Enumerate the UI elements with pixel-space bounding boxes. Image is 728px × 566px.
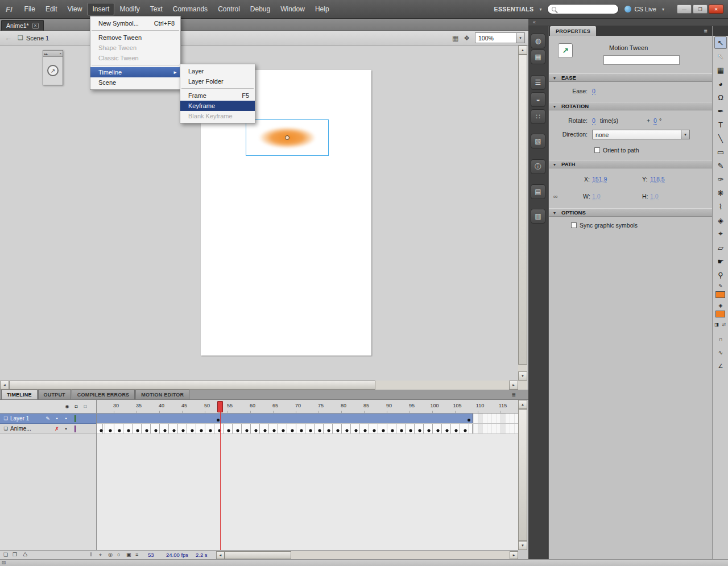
cs-live-dropdown-icon[interactable]: ▾: [662, 7, 664, 12]
timeline-vertical-scrollbar[interactable]: ▲ ▼: [518, 400, 527, 550]
bone-tool[interactable]: ⌇: [714, 200, 727, 213]
onion-skin-outlines-icon[interactable]: ○: [117, 552, 120, 557]
direction-dropdown[interactable]: none ▾: [592, 130, 690, 139]
collapse-triangle-icon[interactable]: ▾: [553, 103, 556, 110]
menubar-item-modify[interactable]: Modify: [114, 3, 144, 15]
tab-properties[interactable]: PROPERTIES: [550, 26, 596, 36]
modify-markers-icon[interactable]: ≡: [135, 552, 138, 557]
straighten-option-icon[interactable]: ∠: [714, 363, 727, 369]
swatches-panel-icon[interactable]: ▦: [531, 49, 545, 64]
snap-to-objects-icon[interactable]: ∩: [714, 336, 727, 342]
tab-timeline[interactable]: TIMELINE: [1, 390, 38, 399]
transform-panel-icon[interactable]: ▧: [531, 134, 545, 148]
menu-item-keyframe[interactable]: Keyframe: [180, 101, 255, 111]
layer-lock-dot[interactable]: •: [61, 426, 71, 432]
stage-vertical-scrollbar[interactable]: ▲ ▼: [518, 46, 527, 381]
smooth-option-icon[interactable]: ∿: [714, 349, 727, 356]
section-header-path[interactable]: ▾ PATH: [549, 160, 713, 168]
new-folder-icon[interactable]: ❐: [13, 552, 17, 557]
keyframe-dot[interactable]: [217, 419, 220, 422]
scene-label[interactable]: Scene 1: [26, 35, 49, 42]
document-tab[interactable]: Anime1* ×: [1, 20, 44, 31]
color-panel-icon[interactable]: ◍: [531, 34, 545, 48]
fill-color-swatch[interactable]: [715, 311, 725, 317]
properties-panel-menu-icon[interactable]: ≣: [704, 28, 708, 34]
layer-lock-dot[interactable]: •: [61, 416, 71, 422]
lock-all-layers-icon[interactable]: ◘: [72, 404, 81, 409]
transform-point[interactable]: [285, 135, 289, 140]
motion-tween-span[interactable]: [97, 414, 473, 423]
timeline-horizontal-scrollbar[interactable]: ◄ ►: [216, 551, 518, 559]
zoom-combobox[interactable]: 100% ▾: [475, 32, 525, 43]
outline-all-layers-icon[interactable]: □: [81, 404, 90, 409]
workspace-switcher[interactable]: ESSENTIALS: [494, 6, 534, 13]
layer-visibility-dot[interactable]: •: [52, 416, 61, 422]
collapse-triangle-icon[interactable]: ▾: [553, 75, 556, 82]
pencil-tool[interactable]: ✎: [714, 159, 727, 172]
pen-tool[interactable]: ✒: [714, 105, 727, 117]
timeline-panel-menu-icon[interactable]: ≣: [511, 392, 516, 398]
menubar-item-debug[interactable]: Debug: [245, 3, 275, 15]
restore-button[interactable]: ❐: [693, 5, 708, 14]
eyedropper-tool[interactable]: ⌖: [714, 228, 727, 240]
mini-panel-collapse-icon[interactable]: ▸▸: [44, 52, 48, 56]
layer-row-anime[interactable]: ❏ Anime... ✗ •: [0, 424, 96, 434]
menu-item-new-symbol[interactable]: New Symbol... Ctrl+F8: [90, 18, 180, 28]
menubar-item-window[interactable]: Window: [275, 3, 310, 15]
playhead-marker[interactable]: [217, 401, 223, 412]
paint-bucket-tool[interactable]: ◈: [714, 214, 727, 226]
keyframe-sequence-span[interactable]: [97, 424, 473, 433]
resize-grip-icon[interactable]: ▨: [2, 560, 6, 565]
stage-vscroll-thumb[interactable]: [518, 55, 527, 365]
swap-colors-icon[interactable]: ⇄: [720, 322, 728, 327]
scroll-up-icon[interactable]: ▲: [518, 400, 527, 409]
w-value[interactable]: 1.0: [592, 193, 601, 200]
black-white-colors-icon[interactable]: ◨: [713, 322, 721, 327]
scroll-right-icon[interactable]: ►: [510, 551, 518, 559]
new-layer-icon[interactable]: ❏: [3, 552, 8, 557]
menu-item-remove-tween[interactable]: Remove Tween: [90, 32, 180, 43]
menu-item-frame[interactable]: Frame F5: [180, 90, 255, 101]
timeline-vscroll-thumb[interactable]: [518, 409, 527, 541]
hand-tool[interactable]: ☛: [714, 255, 727, 267]
text-tool[interactable]: T: [714, 118, 727, 131]
rotate-angle-value[interactable]: 0: [653, 117, 657, 125]
section-header-ease[interactable]: ▾ EASE: [549, 73, 713, 82]
ease-value[interactable]: 0: [592, 88, 595, 95]
eraser-tool[interactable]: ▱: [714, 241, 727, 254]
menubar-item-edit[interactable]: Edit: [40, 3, 63, 15]
mini-panel-arrow-icon[interactable]: ↗: [47, 65, 59, 76]
scroll-left-icon[interactable]: ◄: [0, 381, 9, 390]
column-resize-handle[interactable]: ‖: [90, 552, 92, 557]
frame-rate-value[interactable]: 24.00 fps: [166, 552, 188, 558]
selection-tool[interactable]: ↖: [714, 36, 727, 49]
dropdown-arrow-icon[interactable]: ▾: [681, 130, 689, 139]
close-button[interactable]: ✕: [709, 5, 723, 14]
h-value[interactable]: 1.0: [650, 193, 659, 200]
edit-symbols-icon[interactable]: ❖: [464, 34, 470, 42]
collapse-triangle-icon[interactable]: ▾: [553, 209, 556, 217]
menu-item-timeline[interactable]: Timeline ►: [90, 67, 180, 77]
brush-tool[interactable]: ✑: [714, 173, 727, 185]
scroll-left-icon[interactable]: ◄: [216, 551, 225, 559]
instance-name-field[interactable]: [603, 55, 680, 65]
menubar-item-text[interactable]: Text: [145, 3, 168, 15]
zoom-dropdown-icon[interactable]: ▾: [516, 33, 524, 43]
menubar-item-control[interactable]: Control: [213, 3, 245, 15]
scroll-right-icon[interactable]: ►: [509, 381, 518, 390]
stroke-color-swatch[interactable]: [715, 291, 725, 298]
code-snippets-panel-icon[interactable]: ▤: [531, 184, 545, 199]
search-input[interactable]: [547, 4, 619, 14]
line-tool[interactable]: ╲: [714, 132, 727, 144]
link-dimensions-icon[interactable]: ∞: [553, 193, 558, 200]
subselection-tool[interactable]: ↖: [714, 50, 727, 63]
tab-output[interactable]: OUTPUT: [38, 390, 71, 399]
scroll-up-icon[interactable]: ▲: [518, 46, 527, 55]
back-icon[interactable]: ←: [5, 34, 12, 42]
section-header-options[interactable]: ▾ OPTIONS: [549, 208, 713, 217]
timeline-hscroll-thumb[interactable]: [225, 551, 291, 559]
menubar-item-help[interactable]: Help: [310, 3, 334, 15]
mini-panel-close-icon[interactable]: ×: [59, 52, 61, 55]
lasso-tool[interactable]: Ω: [714, 91, 727, 104]
stage-horizontal-scrollbar[interactable]: ◄ ►: [0, 381, 518, 390]
